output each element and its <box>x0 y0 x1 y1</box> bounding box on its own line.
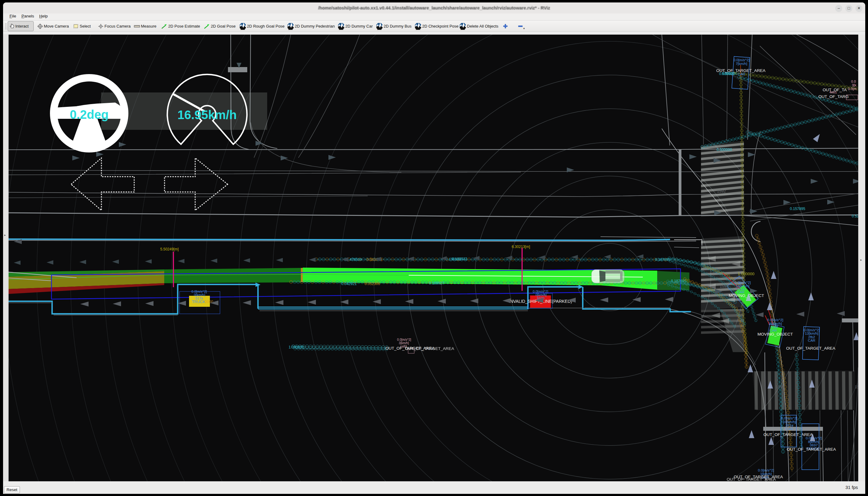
svg-text:Autoware: Autoware <box>288 29 293 30</box>
svg-text:1.000000: 1.000000 <box>738 272 754 276</box>
svg-text:3[k: 3[k <box>852 83 856 87</box>
svg-text:0.0[m/s^2]: 0.0[m/s^2] <box>397 338 411 341</box>
svg-text:15: 15 <box>855 385 858 389</box>
svg-text:0.0[m/s^2]: 0.0[m/s^2] <box>758 468 774 472</box>
svg-text:1593: 1593 <box>720 284 729 289</box>
svg-text:2fb2: 2fb2 <box>808 335 815 339</box>
svg-text:OUT_OF_TA: OUT_OF_TA <box>823 88 847 92</box>
svg-text:OUT_OF_TARGET_AREA: OUT_OF_TARGET_AREA <box>786 346 835 351</box>
svg-text:Autoware: Autoware <box>339 29 344 30</box>
svg-text:1.000000: 1.000000 <box>289 345 304 349</box>
svg-text:0.052306: 0.052306 <box>365 282 380 286</box>
svg-text:391a: 391a <box>785 423 793 427</box>
svg-text:Autoware: Autoware <box>416 29 420 30</box>
svg-text:CAR: CAR <box>808 339 815 342</box>
svg-text:CAR: CAR <box>738 72 745 76</box>
svg-text:0.189927: 0.189927 <box>429 281 444 285</box>
svg-text:CAR: CAR <box>786 427 793 431</box>
svg-text:6.30213[m]: 6.30213[m] <box>512 245 530 249</box>
svg-text:7[km/h]: 7[km/h] <box>736 62 747 65</box>
svg-text:0.0[m/s^2]: 0.0[m/s^2] <box>781 416 797 420</box>
svg-text:0.478539: 0.478539 <box>347 258 362 262</box>
svg-text:MOVING_OBJECT: MOVING_OBJECT <box>757 332 793 337</box>
svg-text:OUT_OF_TARGET_AREA: OUT_OF_TARGET_AREA <box>763 432 812 437</box>
svg-text:Autoware: Autoware <box>460 29 465 30</box>
svg-text:0.0[m/s^2]: 0.0[m/s^2] <box>804 328 820 332</box>
svg-text:5.50249[m]: 5.50249[m] <box>160 247 179 251</box>
svg-text:0.5268: 0.5268 <box>852 214 858 218</box>
svg-text:1592: 1592 <box>717 189 726 193</box>
svg-text:16.95km/h: 16.95km/h <box>178 108 237 122</box>
svg-text:0.199932: 0.199932 <box>446 257 461 262</box>
svg-text:Autoware: Autoware <box>241 29 245 30</box>
svg-text:0.0[m/s^2]: 0.0[m/s^2] <box>733 58 750 62</box>
svg-text:TRUCK: TRUCK <box>192 300 205 304</box>
svg-text:Autoware: Autoware <box>377 29 382 30</box>
svg-text:1595: 1595 <box>776 385 785 389</box>
svg-text:OUT_OF_TARG: OUT_OF_TARG <box>818 94 849 99</box>
svg-text:0.0[m/s^2]: 0.0[m/s^2] <box>767 318 783 322</box>
svg-text:OUT_OF_TARGET_AREA: OUT_OF_TARGET_AREA <box>405 346 454 351</box>
svg-text:0.042921: 0.042921 <box>341 282 356 286</box>
svg-text:0.0: 0.0 <box>851 80 856 83</box>
svg-text:0.500000: 0.500000 <box>719 72 734 76</box>
svg-text:0.500000: 0.500000 <box>717 148 732 152</box>
svg-text:16[km/h]: 16[km/h] <box>782 420 796 424</box>
svg-text:0.157895: 0.157895 <box>790 207 805 211</box>
svg-text:13[km/h]: 13[km/h] <box>805 331 818 335</box>
svg-text:OUT_OF_TARGET_AREA: OUT_OF_TARGET_AREA <box>727 477 776 481</box>
svg-text:0.0[m: 0.0[m <box>848 87 857 91</box>
svg-text:0.2deg: 0.2deg <box>70 108 109 121</box>
svg-text:OUT_OF_TARGET_AREA: OUT_OF_TARGET_AREA <box>787 447 836 452</box>
svg-text:3[km/h]: 3[km/h] <box>399 341 409 345</box>
